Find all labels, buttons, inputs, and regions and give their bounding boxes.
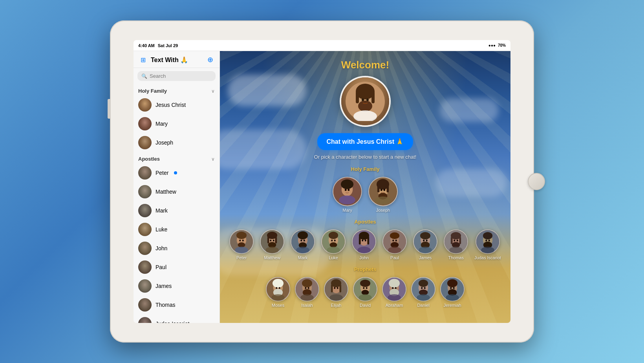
char-card-thomas[interactable]: Thomas (444, 229, 468, 260)
svg-point-6 (362, 99, 364, 101)
svg-point-71 (420, 232, 430, 240)
svg-point-61 (357, 247, 371, 253)
holy-family-grid-label: Holy Family (228, 166, 503, 172)
hero-avatar[interactable] (340, 76, 391, 127)
svg-point-39 (265, 247, 279, 253)
contact-judas[interactable]: Judas Iscariot (134, 314, 220, 323)
ipad-screen: 4:40 AM Sat Jul 29 ●●● 70% ⊞ Text With 🙏… (134, 40, 510, 323)
char-card-john[interactable]: John (352, 229, 376, 260)
holy-family-chevron[interactable]: ∨ (211, 88, 215, 94)
contact-luke[interactable]: Luke (134, 220, 220, 239)
hero-avatar-face (341, 77, 389, 125)
svg-point-120 (359, 294, 372, 301)
char-card-peter[interactable]: Peter (229, 229, 254, 260)
app-title: Text With 🙏 (151, 56, 188, 64)
char-avatar-elijah (324, 277, 348, 301)
char-card-matthew[interactable]: Matthew (260, 229, 284, 260)
char-name-mark: Mark (298, 255, 307, 260)
signal-display: ●●● (488, 43, 496, 48)
sidebar-header-left: ⊞ Text With 🙏 (138, 55, 188, 64)
svg-point-132 (424, 287, 426, 289)
char-card-mark[interactable]: Mark (291, 229, 315, 260)
svg-rect-34 (267, 237, 269, 244)
mark-name: Mark (156, 207, 168, 214)
apostles-section-header[interactable]: Apostles ∨ (134, 152, 220, 163)
svg-point-84 (449, 247, 463, 253)
contact-thomas[interactable]: Thomas (134, 295, 220, 314)
char-card-joseph[interactable]: Joseph (368, 177, 398, 213)
search-input[interactable] (150, 73, 216, 79)
contact-peter[interactable]: Peter (134, 163, 220, 182)
char-card-isaiah[interactable]: Isaiah (295, 277, 319, 308)
char-name-jeremiah: Jeremiah (443, 303, 461, 308)
status-bar-left: 4:40 AM Sat Jul 29 (138, 43, 178, 48)
joseph-name: Joseph (156, 139, 173, 146)
contact-james[interactable]: James (134, 277, 220, 295)
svg-point-124 (392, 287, 393, 289)
james-name: James (156, 283, 172, 289)
svg-point-139 (453, 287, 455, 289)
chat-with-jesus-button[interactable]: Chat with Jesus Christ 🙏 (317, 133, 413, 150)
svg-point-59 (362, 240, 363, 242)
holy-family-section-header[interactable]: Holy Family ∨ (134, 84, 220, 95)
svg-point-113 (329, 294, 343, 301)
date-display: Sat Jul 29 (158, 43, 178, 48)
contact-jesus[interactable]: Jesus Christ (134, 95, 220, 114)
svg-point-117 (363, 287, 364, 289)
judas-name: Judas Iscariot (156, 321, 189, 323)
svg-point-49 (329, 232, 338, 239)
char-avatar-peter (229, 229, 254, 254)
svg-point-42 (298, 231, 308, 240)
svg-rect-3 (356, 92, 359, 103)
char-card-abraham[interactable]: Abraham (382, 277, 406, 308)
svg-point-89 (488, 240, 490, 242)
contact-john[interactable]: John (134, 239, 220, 258)
contact-mark[interactable]: Mark (134, 201, 220, 220)
char-card-luke[interactable]: Luke (321, 229, 346, 260)
contact-paul[interactable]: Paul (134, 258, 220, 277)
contact-matthew[interactable]: Matthew (134, 182, 220, 201)
char-name-moses: Moses (272, 303, 284, 308)
char-avatar-judas (476, 229, 500, 254)
svg-point-37 (273, 240, 274, 242)
home-button[interactable] (528, 173, 545, 190)
char-card-james[interactable]: James (413, 229, 437, 260)
james-avatar (138, 279, 152, 293)
char-name-abraham: Abraham (386, 303, 403, 308)
thomas-avatar (138, 298, 152, 312)
apostles-label: Apostles (138, 156, 160, 162)
sidebar-toggle-icon[interactable]: ⊞ (138, 55, 148, 64)
apostles-chevron[interactable]: ∨ (211, 156, 215, 162)
char-name-elijah: Elijah (331, 303, 342, 308)
char-card-paul[interactable]: Paul (382, 229, 407, 260)
svg-point-131 (421, 287, 423, 289)
char-card-daniel[interactable]: Daniel (411, 277, 435, 308)
svg-point-66 (395, 240, 397, 242)
status-bar: 4:40 AM Sat Jul 29 ●●● 70% (134, 40, 510, 51)
char-card-jeremiah[interactable]: Jeremiah (440, 277, 465, 308)
char-card-judas[interactable]: Judas Iscariot (474, 229, 501, 260)
svg-point-64 (390, 233, 399, 239)
char-card-elijah[interactable]: Elijah (324, 277, 348, 308)
char-card-moses[interactable]: Moses (266, 277, 290, 308)
contact-joseph[interactable]: Joseph (134, 133, 220, 152)
char-avatar-thomas (444, 229, 468, 254)
char-avatar-joseph (368, 177, 398, 206)
side-button[interactable] (108, 99, 110, 119)
paul-avatar (138, 260, 152, 274)
svg-rect-80 (459, 237, 461, 244)
prophets-grid-label: Prophets (228, 266, 503, 272)
char-card-david[interactable]: David (353, 277, 377, 308)
char-name-judas: Judas Iscariot (474, 255, 501, 260)
svg-point-95 (276, 287, 277, 289)
compose-icon[interactable]: ⊕ (205, 55, 215, 64)
main-inner: Welcome! (220, 51, 510, 323)
svg-rect-110 (339, 284, 341, 293)
search-bar[interactable]: 🔍 (137, 71, 216, 81)
char-card-mary[interactable]: Mary (333, 177, 362, 213)
svg-point-91 (481, 247, 494, 253)
svg-point-118 (366, 287, 368, 289)
contact-mary[interactable]: Mary (134, 114, 220, 133)
svg-rect-19 (386, 185, 389, 192)
char-avatar-luke (321, 229, 346, 254)
